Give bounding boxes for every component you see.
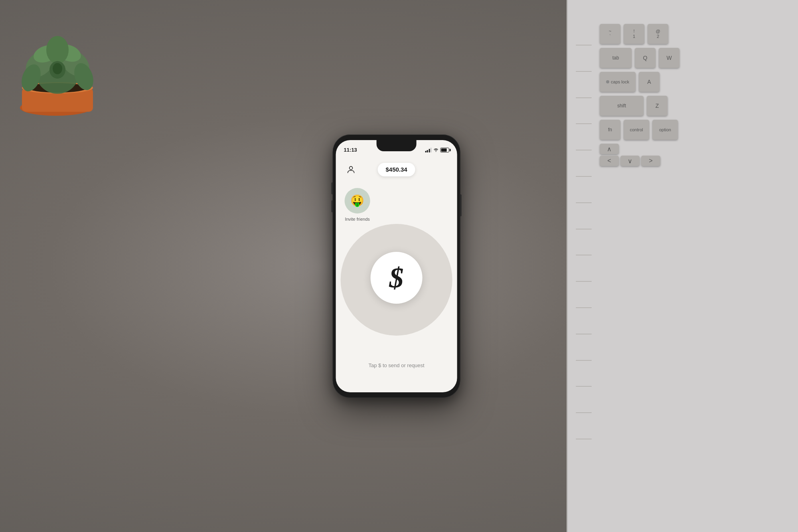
dollar-button[interactable]: $ (371, 252, 423, 304)
key-tab[interactable]: tab (600, 48, 632, 68)
profile-button[interactable] (345, 163, 358, 176)
balance-display[interactable]: $450.34 (377, 163, 415, 176)
key-right-arrow[interactable]: > (641, 156, 660, 166)
invite-emoji: 🤑 (350, 194, 364, 207)
status-icons (425, 145, 449, 153)
plant-decoration (0, 0, 128, 128)
volume-up-button (332, 182, 333, 194)
key-backtick[interactable]: ~` (600, 24, 620, 44)
key-down-arrow[interactable]: ∨ (620, 156, 640, 166)
invite-friends-label: Invite friends (345, 217, 369, 222)
invite-friends-section[interactable]: 🤑 Invite friends (345, 188, 370, 222)
dollar-symbol: $ (389, 263, 404, 292)
signal-bar-2 (427, 150, 428, 152)
battery-icon (440, 148, 449, 152)
battery-fill (441, 148, 447, 152)
key-2[interactable]: @2 (648, 24, 668, 44)
key-1[interactable]: !1 (624, 24, 644, 44)
signal-bar-3 (429, 149, 430, 152)
tap-hint-text: Tap $ to send or request (336, 362, 457, 368)
key-w[interactable]: W (659, 48, 679, 68)
phone: 11:13 (333, 134, 460, 398)
key-q[interactable]: Q (635, 48, 656, 68)
key-option[interactable]: option (652, 120, 678, 140)
status-time: 11:13 (344, 144, 357, 153)
signal-bars-icon (425, 148, 432, 152)
wifi-icon (433, 147, 439, 153)
phone-body: 11:13 (333, 134, 460, 398)
key-control[interactable]: control (624, 120, 649, 140)
key-a[interactable]: A (639, 72, 660, 92)
key-z[interactable]: Z (647, 96, 668, 116)
laptop-keyboard: ~` !1 @2 tab Q W caps lock A shift Z fn … (567, 0, 798, 532)
invite-friends-icon: 🤑 (345, 188, 370, 214)
app-header: $450.34 (336, 158, 457, 182)
signal-bar-1 (425, 151, 426, 152)
key-up-arrow[interactable]: ∧ (600, 144, 619, 154)
svg-point-13 (53, 63, 62, 74)
key-left-arrow[interactable]: < (600, 156, 619, 166)
signal-bar-4 (431, 148, 432, 152)
svg-point-14 (350, 166, 353, 170)
volume-down-button (332, 200, 333, 212)
phone-screen: 11:13 (336, 140, 457, 392)
power-button (460, 194, 462, 216)
svg-point-11 (46, 36, 69, 64)
key-shift[interactable]: shift (600, 96, 644, 116)
balance-amount: $450.34 (385, 166, 407, 173)
key-caps-lock[interactable]: caps lock (600, 72, 636, 92)
phone-notch (377, 140, 417, 151)
key-fn[interactable]: fn (600, 120, 620, 140)
